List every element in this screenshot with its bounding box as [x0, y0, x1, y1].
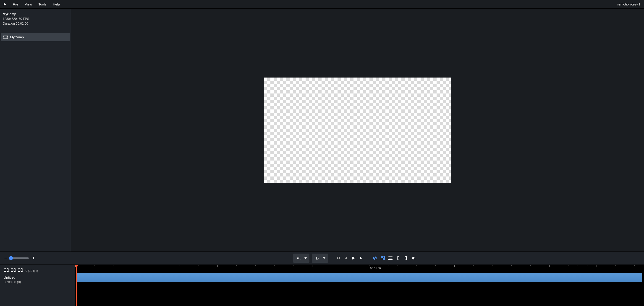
timeline-track-subtime: 00:00.00 (0)	[4, 280, 72, 284]
main-area: MyComp 1280x720, 30 FPS Duration 00:02.0…	[0, 9, 644, 252]
checker-toggle-button[interactable]	[379, 255, 386, 262]
speed-dropdown[interactable]: 1x	[312, 254, 328, 263]
list-button[interactable]	[387, 255, 394, 262]
out-point-button[interactable]	[402, 255, 410, 262]
timeline-track-area[interactable]: 00:01.00	[75, 265, 644, 306]
menubar: File View Tools Help remotion-test-1	[0, 0, 644, 9]
preview-canvas[interactable]	[264, 77, 451, 183]
play-button[interactable]	[350, 255, 357, 262]
composition-specs: 1280x720, 30 FPS	[3, 16, 68, 21]
zoom-in-button[interactable]: +	[31, 256, 36, 261]
svg-rect-8	[383, 258, 384, 260]
zoom-out-button[interactable]: −	[3, 256, 8, 261]
timeline: 00:00.00 0 (30 fps) Untitled 00:00.00 (0…	[0, 265, 644, 306]
zoom-slider[interactable]	[10, 258, 29, 259]
composition-name: MyComp	[3, 12, 68, 16]
sidebar: MyComp 1280x720, 30 FPS Duration 00:02.0…	[0, 9, 71, 252]
composition-list-item[interactable]: MyComp	[1, 33, 70, 41]
playback-options	[372, 255, 417, 262]
speed-dropdown-label: 1x	[316, 256, 319, 260]
ruler-label: 00:01.00	[370, 267, 381, 270]
fit-dropdown[interactable]: Fit	[293, 254, 310, 263]
svg-rect-0	[4, 35, 8, 38]
menu-help[interactable]: Help	[50, 0, 63, 8]
preview-pane	[71, 9, 644, 252]
skip-to-start-button[interactable]	[334, 255, 342, 262]
in-point-button[interactable]	[395, 255, 402, 262]
svg-rect-7	[381, 256, 383, 258]
composition-info: MyComp 1280x720, 30 FPS Duration 00:02.0…	[0, 9, 71, 29]
fit-dropdown-label: Fit	[297, 256, 300, 260]
zoom-controls: − +	[3, 256, 67, 261]
menu-file[interactable]: File	[10, 0, 22, 8]
step-forward-button[interactable]	[358, 255, 365, 262]
loop-button[interactable]	[372, 255, 378, 262]
timeline-track-name: Untitled	[4, 276, 72, 279]
chevron-down-icon	[304, 258, 307, 259]
timeline-ruler[interactable]: 00:01.00	[75, 265, 644, 270]
timeline-clip[interactable]	[77, 273, 642, 282]
timeline-fps-label: 0 (30 fps)	[26, 269, 38, 273]
zoom-slider-thumb[interactable]	[9, 256, 13, 260]
composition-list: MyComp	[1, 33, 70, 41]
volume-button[interactable]	[410, 255, 417, 262]
app-logo-icon	[3, 2, 7, 6]
menu-view[interactable]: View	[22, 0, 35, 8]
control-bar: − + Fit 1x	[0, 252, 644, 265]
film-icon	[3, 35, 8, 39]
chevron-down-icon	[323, 258, 326, 259]
timeline-info-panel: 00:00.00 0 (30 fps) Untitled 00:00.00 (0…	[0, 265, 75, 306]
step-back-button[interactable]	[342, 255, 349, 262]
project-name: remotion-test-1	[617, 2, 642, 6]
timeline-current-time: 00:00.00	[4, 267, 23, 273]
transport-controls	[334, 255, 365, 262]
composition-list-item-label: MyComp	[10, 35, 24, 39]
composition-duration: Duration 00:02.00	[3, 21, 68, 26]
menu-tools[interactable]: Tools	[35, 0, 50, 8]
svg-rect-1	[4, 35, 7, 38]
